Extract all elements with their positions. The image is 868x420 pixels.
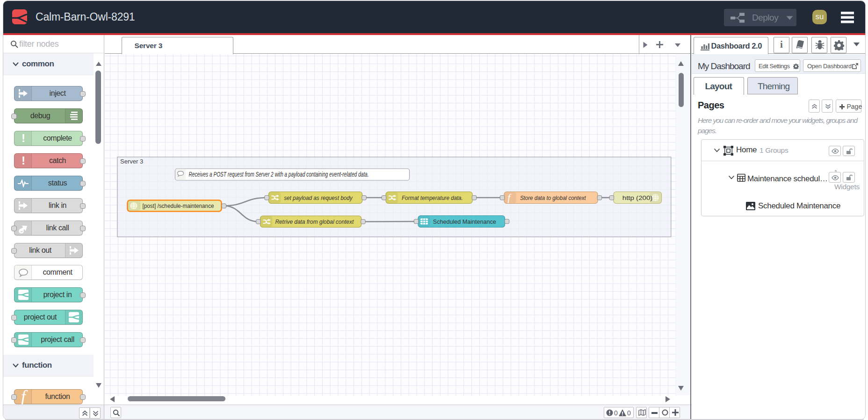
svg-text:set payload as request body: set payload as request body — [284, 194, 353, 201]
svg-text:Retrive data from global conte: Retrive data from global context — [275, 218, 354, 225]
svg-text:Scheduled Maintenance: Scheduled Maintenance — [433, 218, 496, 225]
svg-text:Server 3: Server 3 — [120, 158, 143, 165]
svg-text:http (200): http (200) — [622, 194, 652, 201]
svg-text:Receives a POST request from S: Receives a POST request from Server 2 wi… — [188, 171, 369, 178]
svg-text:[post] /schedule-maintenance: [post] /schedule-maintenance — [142, 202, 214, 209]
svg-text:Format temperature data.: Format temperature data. — [402, 194, 463, 201]
svg-text:Store data to global context: Store data to global context — [520, 194, 586, 201]
